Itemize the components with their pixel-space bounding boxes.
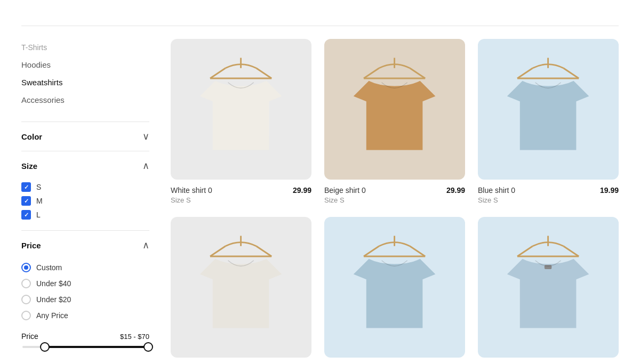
size-filter-header[interactable]: Size ∧ bbox=[21, 160, 149, 172]
radio-label-any-price: Any Price bbox=[36, 311, 68, 320]
product-image-2 bbox=[478, 39, 619, 180]
nav-item-sweatshirts[interactable]: Sweatshirts bbox=[21, 74, 149, 91]
color-filter-section: Color ∨ bbox=[21, 122, 149, 151]
sidebar: T-ShirtsHoodiesSweatshirtsAccessories Co… bbox=[21, 39, 149, 364]
radio-circle-custom bbox=[21, 263, 31, 272]
product-name-2: Blue shirt 0 bbox=[478, 186, 515, 195]
product-size-1: Size S bbox=[324, 196, 465, 204]
price-radio-any-price[interactable]: Any Price bbox=[21, 308, 149, 323]
radio-circle-under-$40 bbox=[21, 279, 31, 288]
svg-line-9 bbox=[517, 68, 533, 78]
product-info-2: Blue shirt 0 19.99 Size S bbox=[478, 186, 619, 204]
price-slider-track[interactable] bbox=[22, 346, 148, 348]
product-card-0[interactable]: White shirt 0 29.99 Size S bbox=[171, 39, 311, 204]
size-filter-toggle-icon: ∧ bbox=[142, 160, 149, 172]
size-filter-section: Size ∧ ✓ S ✓ M ✓ L bbox=[21, 151, 149, 230]
svg-line-1 bbox=[210, 68, 226, 78]
svg-line-2 bbox=[257, 68, 272, 78]
price-filter-toggle-icon: ∧ bbox=[142, 239, 149, 251]
price-filter-header[interactable]: Price ∧ bbox=[21, 239, 149, 251]
price-filter-content: Custom Under $40 Under $20 Any Price Pri… bbox=[21, 251, 149, 348]
product-price-0: 29.99 bbox=[293, 186, 311, 195]
price-filter-label: Price bbox=[21, 241, 41, 250]
svg-line-5 bbox=[364, 68, 379, 78]
size-checkbox-m[interactable]: ✓ M bbox=[21, 194, 149, 208]
price-slider-section: Price $15 - $70 bbox=[21, 323, 149, 348]
price-filter-section: Price ∧ Custom Under $40 Under $20 Any P… bbox=[21, 230, 149, 357]
radio-label-under-$40: Under $40 bbox=[36, 279, 71, 288]
header-divider bbox=[21, 26, 619, 26]
category-nav: T-ShirtsHoodiesSweatshirtsAccessories bbox=[21, 39, 149, 109]
checkbox-label-m: M bbox=[36, 197, 43, 205]
nav-item-hoodies[interactable]: Hoodies bbox=[21, 56, 149, 74]
product-name-1: Beige shirt 0 bbox=[324, 186, 366, 195]
svg-line-14 bbox=[257, 246, 272, 256]
product-image-0 bbox=[171, 39, 311, 180]
price-radio-under-$40[interactable]: Under $40 bbox=[21, 276, 149, 292]
product-card-3[interactable]: White shirt 1 bbox=[171, 217, 311, 364]
price-slider-label: Price bbox=[21, 332, 38, 341]
size-checkbox-s[interactable]: ✓ S bbox=[21, 180, 149, 194]
product-image-1 bbox=[324, 39, 465, 180]
color-filter-label: Color bbox=[21, 132, 42, 141]
checkbox-label-l: L bbox=[36, 211, 41, 219]
radio-label-under-$20: Under $20 bbox=[36, 295, 71, 304]
product-grid: White shirt 0 29.99 Size S Beige shirt 0… bbox=[171, 39, 619, 364]
svg-line-10 bbox=[564, 68, 579, 78]
size-filter-content: ✓ S ✓ M ✓ L bbox=[21, 172, 149, 222]
price-radio-under-$20[interactable]: Under $20 bbox=[21, 292, 149, 308]
product-price-2: 19.99 bbox=[600, 186, 619, 195]
product-price-1: 29.99 bbox=[446, 186, 465, 195]
price-slider-fill bbox=[45, 346, 148, 348]
size-filter-label: Size bbox=[21, 161, 37, 171]
svg-line-17 bbox=[364, 246, 379, 256]
product-card-2[interactable]: Blue shirt 0 19.99 Size S bbox=[478, 39, 619, 204]
price-radio-custom[interactable]: Custom bbox=[21, 260, 149, 276]
svg-line-21 bbox=[517, 246, 533, 256]
product-size-2: Size S bbox=[478, 196, 619, 204]
price-slider-thumb-low[interactable] bbox=[40, 342, 50, 352]
checkbox-icon-s: ✓ bbox=[21, 182, 31, 192]
nav-item-accessories[interactable]: Accessories bbox=[21, 91, 149, 109]
price-slider-thumb-high[interactable] bbox=[143, 342, 153, 352]
svg-line-22 bbox=[564, 246, 579, 256]
checkbox-icon-m: ✓ bbox=[21, 196, 31, 206]
product-name-0: White shirt 0 bbox=[171, 186, 212, 195]
product-info-0: White shirt 0 29.99 Size S bbox=[171, 186, 311, 204]
product-card-4[interactable]: Blue shirt 1 bbox=[324, 217, 465, 364]
radio-circle-under-$20 bbox=[21, 295, 31, 304]
product-size-0: Size S bbox=[171, 196, 311, 204]
nav-item-t-shirts[interactable]: T-Shirts bbox=[21, 39, 149, 56]
product-info-1: Beige shirt 0 29.99 Size S bbox=[324, 186, 465, 204]
color-filter-toggle-icon: ∨ bbox=[142, 131, 149, 142]
svg-line-18 bbox=[410, 246, 426, 256]
product-card-1[interactable]: Beige shirt 0 29.99 Size S bbox=[324, 39, 465, 204]
checkbox-icon-l: ✓ bbox=[21, 210, 31, 220]
size-checkbox-l[interactable]: ✓ L bbox=[21, 208, 149, 222]
radio-label-custom: Custom bbox=[36, 263, 62, 272]
product-image-4 bbox=[324, 217, 465, 358]
checkbox-label-s: S bbox=[36, 183, 41, 191]
product-image-5 bbox=[478, 217, 619, 358]
radio-circle-any-price bbox=[21, 311, 31, 320]
color-filter-header[interactable]: Color ∨ bbox=[21, 131, 149, 142]
price-range-display: $15 - $70 bbox=[120, 333, 149, 341]
product-card-5[interactable]: Blue shirt 2 bbox=[478, 217, 619, 364]
product-image-3 bbox=[171, 217, 311, 358]
svg-line-13 bbox=[210, 246, 226, 256]
svg-line-6 bbox=[410, 68, 426, 78]
